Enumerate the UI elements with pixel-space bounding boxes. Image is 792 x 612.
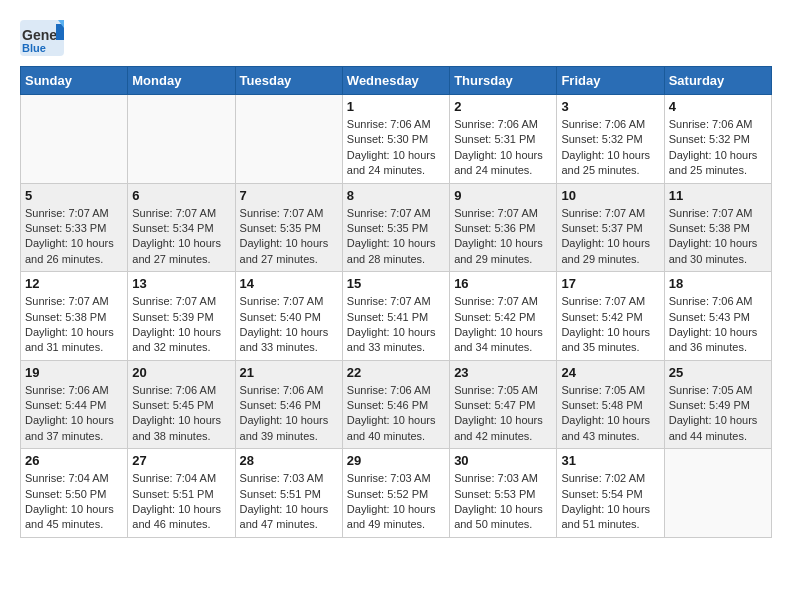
calendar-cell: 10Sunrise: 7:07 AM Sunset: 5:37 PM Dayli… bbox=[557, 183, 664, 272]
calendar-cell: 15Sunrise: 7:07 AM Sunset: 5:41 PM Dayli… bbox=[342, 272, 449, 361]
day-number: 7 bbox=[240, 188, 338, 203]
day-info: Sunrise: 7:06 AM Sunset: 5:46 PM Dayligh… bbox=[347, 383, 445, 445]
day-info: Sunrise: 7:07 AM Sunset: 5:40 PM Dayligh… bbox=[240, 294, 338, 356]
calendar-cell bbox=[664, 449, 771, 538]
day-info: Sunrise: 7:05 AM Sunset: 5:48 PM Dayligh… bbox=[561, 383, 659, 445]
day-number: 21 bbox=[240, 365, 338, 380]
calendar-cell: 1Sunrise: 7:06 AM Sunset: 5:30 PM Daylig… bbox=[342, 95, 449, 184]
day-number: 18 bbox=[669, 276, 767, 291]
day-number: 9 bbox=[454, 188, 552, 203]
calendar-cell: 11Sunrise: 7:07 AM Sunset: 5:38 PM Dayli… bbox=[664, 183, 771, 272]
day-number: 25 bbox=[669, 365, 767, 380]
day-info: Sunrise: 7:07 AM Sunset: 5:34 PM Dayligh… bbox=[132, 206, 230, 268]
calendar-cell: 6Sunrise: 7:07 AM Sunset: 5:34 PM Daylig… bbox=[128, 183, 235, 272]
day-info: Sunrise: 7:06 AM Sunset: 5:46 PM Dayligh… bbox=[240, 383, 338, 445]
svg-text:Blue: Blue bbox=[22, 42, 46, 54]
day-info: Sunrise: 7:07 AM Sunset: 5:41 PM Dayligh… bbox=[347, 294, 445, 356]
calendar-cell: 2Sunrise: 7:06 AM Sunset: 5:31 PM Daylig… bbox=[450, 95, 557, 184]
calendar-cell: 31Sunrise: 7:02 AM Sunset: 5:54 PM Dayli… bbox=[557, 449, 664, 538]
day-info: Sunrise: 7:07 AM Sunset: 5:35 PM Dayligh… bbox=[347, 206, 445, 268]
day-info: Sunrise: 7:02 AM Sunset: 5:54 PM Dayligh… bbox=[561, 471, 659, 533]
day-number: 29 bbox=[347, 453, 445, 468]
calendar-cell: 30Sunrise: 7:03 AM Sunset: 5:53 PM Dayli… bbox=[450, 449, 557, 538]
calendar-cell: 4Sunrise: 7:06 AM Sunset: 5:32 PM Daylig… bbox=[664, 95, 771, 184]
day-number: 19 bbox=[25, 365, 123, 380]
day-number: 3 bbox=[561, 99, 659, 114]
calendar-cell: 14Sunrise: 7:07 AM Sunset: 5:40 PM Dayli… bbox=[235, 272, 342, 361]
calendar-cell: 20Sunrise: 7:06 AM Sunset: 5:45 PM Dayli… bbox=[128, 360, 235, 449]
weekday-header: Thursday bbox=[450, 67, 557, 95]
calendar-cell: 24Sunrise: 7:05 AM Sunset: 5:48 PM Dayli… bbox=[557, 360, 664, 449]
day-info: Sunrise: 7:07 AM Sunset: 5:37 PM Dayligh… bbox=[561, 206, 659, 268]
calendar-cell: 27Sunrise: 7:04 AM Sunset: 5:51 PM Dayli… bbox=[128, 449, 235, 538]
day-number: 23 bbox=[454, 365, 552, 380]
day-info: Sunrise: 7:06 AM Sunset: 5:44 PM Dayligh… bbox=[25, 383, 123, 445]
day-number: 27 bbox=[132, 453, 230, 468]
calendar-cell: 8Sunrise: 7:07 AM Sunset: 5:35 PM Daylig… bbox=[342, 183, 449, 272]
day-info: Sunrise: 7:07 AM Sunset: 5:38 PM Dayligh… bbox=[25, 294, 123, 356]
calendar-table: SundayMondayTuesdayWednesdayThursdayFrid… bbox=[20, 66, 772, 538]
day-number: 5 bbox=[25, 188, 123, 203]
day-number: 1 bbox=[347, 99, 445, 114]
calendar-cell: 18Sunrise: 7:06 AM Sunset: 5:43 PM Dayli… bbox=[664, 272, 771, 361]
day-number: 6 bbox=[132, 188, 230, 203]
calendar-cell: 25Sunrise: 7:05 AM Sunset: 5:49 PM Dayli… bbox=[664, 360, 771, 449]
day-number: 22 bbox=[347, 365, 445, 380]
calendar-cell: 29Sunrise: 7:03 AM Sunset: 5:52 PM Dayli… bbox=[342, 449, 449, 538]
day-info: Sunrise: 7:06 AM Sunset: 5:30 PM Dayligh… bbox=[347, 117, 445, 179]
day-number: 2 bbox=[454, 99, 552, 114]
day-info: Sunrise: 7:03 AM Sunset: 5:52 PM Dayligh… bbox=[347, 471, 445, 533]
calendar-cell bbox=[21, 95, 128, 184]
day-number: 16 bbox=[454, 276, 552, 291]
day-info: Sunrise: 7:04 AM Sunset: 5:50 PM Dayligh… bbox=[25, 471, 123, 533]
calendar-cell: 13Sunrise: 7:07 AM Sunset: 5:39 PM Dayli… bbox=[128, 272, 235, 361]
weekday-header: Monday bbox=[128, 67, 235, 95]
calendar-cell: 26Sunrise: 7:04 AM Sunset: 5:50 PM Dayli… bbox=[21, 449, 128, 538]
day-info: Sunrise: 7:07 AM Sunset: 5:42 PM Dayligh… bbox=[454, 294, 552, 356]
day-info: Sunrise: 7:07 AM Sunset: 5:33 PM Dayligh… bbox=[25, 206, 123, 268]
day-number: 14 bbox=[240, 276, 338, 291]
day-info: Sunrise: 7:06 AM Sunset: 5:31 PM Dayligh… bbox=[454, 117, 552, 179]
calendar-cell: 7Sunrise: 7:07 AM Sunset: 5:35 PM Daylig… bbox=[235, 183, 342, 272]
calendar-cell: 19Sunrise: 7:06 AM Sunset: 5:44 PM Dayli… bbox=[21, 360, 128, 449]
day-number: 13 bbox=[132, 276, 230, 291]
weekday-header: Tuesday bbox=[235, 67, 342, 95]
day-number: 26 bbox=[25, 453, 123, 468]
day-info: Sunrise: 7:06 AM Sunset: 5:32 PM Dayligh… bbox=[561, 117, 659, 179]
calendar-cell: 21Sunrise: 7:06 AM Sunset: 5:46 PM Dayli… bbox=[235, 360, 342, 449]
day-info: Sunrise: 7:06 AM Sunset: 5:32 PM Dayligh… bbox=[669, 117, 767, 179]
day-number: 17 bbox=[561, 276, 659, 291]
day-info: Sunrise: 7:06 AM Sunset: 5:45 PM Dayligh… bbox=[132, 383, 230, 445]
day-number: 20 bbox=[132, 365, 230, 380]
day-info: Sunrise: 7:06 AM Sunset: 5:43 PM Dayligh… bbox=[669, 294, 767, 356]
day-number: 28 bbox=[240, 453, 338, 468]
day-info: Sunrise: 7:05 AM Sunset: 5:47 PM Dayligh… bbox=[454, 383, 552, 445]
calendar-cell: 17Sunrise: 7:07 AM Sunset: 5:42 PM Dayli… bbox=[557, 272, 664, 361]
calendar-header: SundayMondayTuesdayWednesdayThursdayFrid… bbox=[21, 67, 772, 95]
day-info: Sunrise: 7:04 AM Sunset: 5:51 PM Dayligh… bbox=[132, 471, 230, 533]
day-info: Sunrise: 7:07 AM Sunset: 5:36 PM Dayligh… bbox=[454, 206, 552, 268]
calendar-cell bbox=[128, 95, 235, 184]
calendar-body: 1Sunrise: 7:06 AM Sunset: 5:30 PM Daylig… bbox=[21, 95, 772, 538]
calendar-cell: 22Sunrise: 7:06 AM Sunset: 5:46 PM Dayli… bbox=[342, 360, 449, 449]
day-number: 30 bbox=[454, 453, 552, 468]
calendar-cell: 12Sunrise: 7:07 AM Sunset: 5:38 PM Dayli… bbox=[21, 272, 128, 361]
logo: General Blue bbox=[20, 20, 64, 56]
weekday-header: Wednesday bbox=[342, 67, 449, 95]
day-number: 24 bbox=[561, 365, 659, 380]
weekday-header: Sunday bbox=[21, 67, 128, 95]
day-info: Sunrise: 7:03 AM Sunset: 5:51 PM Dayligh… bbox=[240, 471, 338, 533]
day-info: Sunrise: 7:03 AM Sunset: 5:53 PM Dayligh… bbox=[454, 471, 552, 533]
day-info: Sunrise: 7:05 AM Sunset: 5:49 PM Dayligh… bbox=[669, 383, 767, 445]
day-number: 10 bbox=[561, 188, 659, 203]
weekday-header: Friday bbox=[557, 67, 664, 95]
calendar-cell: 16Sunrise: 7:07 AM Sunset: 5:42 PM Dayli… bbox=[450, 272, 557, 361]
calendar-cell: 5Sunrise: 7:07 AM Sunset: 5:33 PM Daylig… bbox=[21, 183, 128, 272]
svg-marker-3 bbox=[56, 24, 64, 40]
day-number: 31 bbox=[561, 453, 659, 468]
day-info: Sunrise: 7:07 AM Sunset: 5:38 PM Dayligh… bbox=[669, 206, 767, 268]
day-number: 11 bbox=[669, 188, 767, 203]
calendar-cell: 3Sunrise: 7:06 AM Sunset: 5:32 PM Daylig… bbox=[557, 95, 664, 184]
day-info: Sunrise: 7:07 AM Sunset: 5:42 PM Dayligh… bbox=[561, 294, 659, 356]
calendar-cell: 9Sunrise: 7:07 AM Sunset: 5:36 PM Daylig… bbox=[450, 183, 557, 272]
